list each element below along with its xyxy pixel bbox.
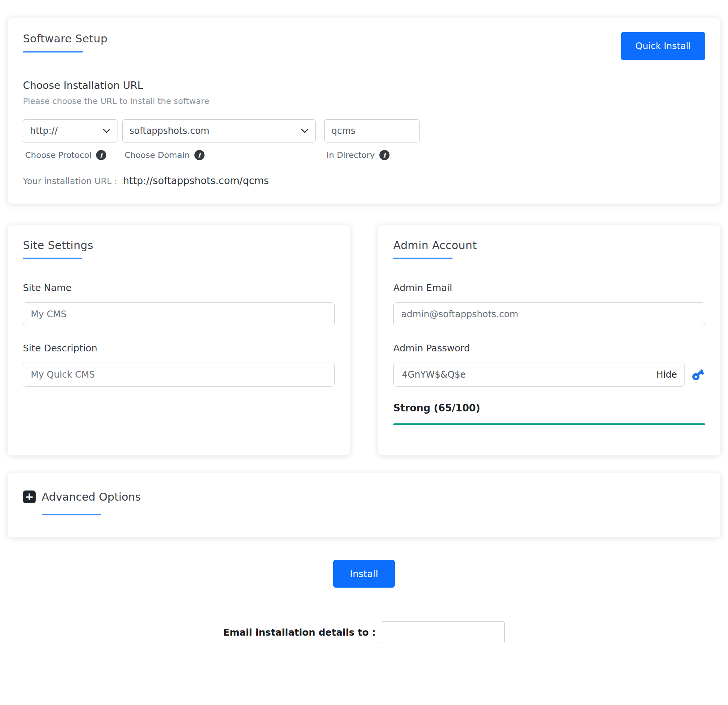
password-strength-text: Strong (65/100) bbox=[393, 402, 705, 414]
site-description-input[interactable] bbox=[23, 363, 335, 387]
installation-url-line: Your installation URL : http://softappsh… bbox=[23, 175, 705, 186]
admin-password-input[interactable] bbox=[401, 369, 652, 380]
installation-url-value: http://softappshots.com/qcms bbox=[123, 175, 269, 186]
hide-password-toggle[interactable]: Hide bbox=[656, 369, 677, 380]
software-setup-header: Software Setup Quick Install bbox=[23, 32, 705, 60]
domain-selected-value: softappshots.com bbox=[129, 126, 209, 136]
admin-email-input[interactable] bbox=[393, 302, 705, 326]
installation-url-label: Your installation URL : bbox=[23, 176, 117, 186]
site-description-label: Site Description bbox=[23, 343, 335, 354]
admin-password-label: Admin Password bbox=[393, 343, 705, 354]
settings-grid: Site Settings Site Name Site Description… bbox=[8, 225, 720, 456]
info-icon-glyph: i bbox=[198, 152, 200, 159]
chevron-down-icon bbox=[301, 129, 308, 133]
admin-password-field: Hide bbox=[393, 363, 685, 387]
domain-select[interactable]: softappshots.com bbox=[122, 119, 316, 142]
email-details-row: Email installation details to : bbox=[8, 621, 720, 643]
info-icon[interactable]: i bbox=[96, 150, 106, 160]
site-name-input[interactable] bbox=[23, 302, 335, 326]
advanced-options-card: + Advanced Options bbox=[8, 473, 720, 537]
title-underline bbox=[23, 51, 83, 52]
installer-page: Software Setup Quick Install Choose Inst… bbox=[0, 0, 728, 658]
installation-url-controls: http:// Choose Protocol i softappshots.c… bbox=[23, 119, 705, 160]
choose-installation-url-title: Choose Installation URL bbox=[23, 80, 705, 91]
admin-password-row: Hide bbox=[393, 363, 705, 387]
chevron-down-icon bbox=[103, 129, 110, 133]
quick-install-button[interactable]: Quick Install bbox=[621, 32, 705, 60]
site-name-label: Site Name bbox=[23, 282, 335, 293]
domain-label-row: Choose Domain i bbox=[122, 150, 319, 160]
directory-column: In Directory i bbox=[324, 119, 420, 160]
directory-label: In Directory bbox=[326, 150, 375, 160]
directory-input[interactable] bbox=[324, 119, 420, 142]
info-icon-glyph: i bbox=[383, 152, 385, 159]
domain-column: softappshots.com Choose Domain i bbox=[122, 119, 319, 160]
directory-label-row: In Directory i bbox=[324, 150, 420, 160]
info-icon-glyph: i bbox=[100, 152, 102, 159]
site-settings-card: Site Settings Site Name Site Description bbox=[8, 225, 350, 456]
advanced-options-title: Advanced Options bbox=[42, 490, 141, 503]
advanced-options-header[interactable]: + Advanced Options bbox=[23, 490, 705, 503]
email-details-label: Email installation details to : bbox=[223, 627, 376, 638]
software-setup-card: Software Setup Quick Install Choose Inst… bbox=[8, 18, 720, 204]
admin-account-title: Admin Account bbox=[393, 239, 705, 252]
title-underline bbox=[23, 258, 82, 259]
admin-email-label: Admin Email bbox=[393, 282, 705, 293]
protocol-label: Choose Protocol bbox=[25, 150, 92, 160]
title-underline bbox=[393, 258, 453, 259]
software-setup-title: Software Setup bbox=[23, 32, 108, 45]
protocol-label-row: Choose Protocol i bbox=[23, 150, 117, 160]
software-setup-title-block: Software Setup bbox=[23, 32, 108, 52]
admin-account-card: Admin Account Admin Email Admin Password… bbox=[378, 225, 720, 456]
title-underline bbox=[42, 514, 101, 515]
choose-installation-url-subtitle: Please choose the URL to install the sof… bbox=[23, 96, 705, 106]
expand-plus-icon[interactable]: + bbox=[23, 490, 36, 503]
info-icon[interactable]: i bbox=[379, 150, 390, 160]
site-settings-title: Site Settings bbox=[23, 239, 335, 252]
password-strength-bar bbox=[393, 423, 705, 425]
info-icon[interactable]: i bbox=[194, 150, 205, 160]
protocol-selected-value: http:// bbox=[30, 126, 58, 136]
generate-password-key-icon[interactable] bbox=[688, 364, 708, 385]
plus-icon-glyph: + bbox=[25, 492, 33, 502]
email-details-input[interactable] bbox=[381, 621, 505, 643]
protocol-column: http:// Choose Protocol i bbox=[23, 119, 117, 160]
install-button[interactable]: Install bbox=[333, 560, 395, 588]
protocol-select[interactable]: http:// bbox=[23, 119, 117, 142]
domain-label: Choose Domain bbox=[125, 150, 190, 160]
